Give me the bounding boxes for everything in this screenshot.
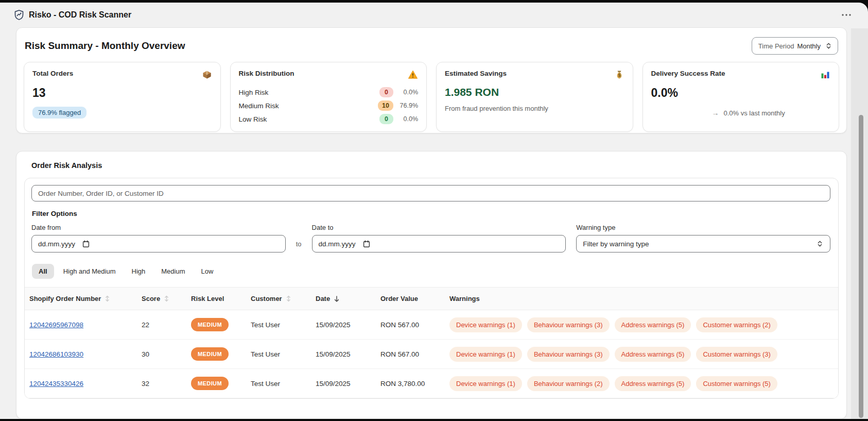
time-period-select[interactable]: Time Period Monthly xyxy=(752,37,838,55)
column-label: Warnings xyxy=(449,295,480,302)
warning-type-value: Filter by warning type xyxy=(583,240,649,248)
date-range-to-separator: to xyxy=(296,240,302,252)
date-cell: 15/09/2025 xyxy=(316,380,380,388)
risk-level-badge: MEDIUM xyxy=(191,347,229,361)
risk-row-pct: 0.0% xyxy=(393,89,418,96)
date-to-label: Date to xyxy=(312,224,566,231)
date-from-placeholder: dd.mm.yyyy xyxy=(38,240,75,248)
score-cell: 32 xyxy=(142,380,191,388)
chevron-updown-icon xyxy=(816,240,824,248)
column-header[interactable]: Shopify Order Number xyxy=(29,295,142,302)
chevron-updown-icon xyxy=(824,42,832,50)
column-header[interactable]: Date xyxy=(316,295,380,302)
risk-distribution-row: High Risk 0 0.0% xyxy=(239,86,419,99)
order-number-link[interactable]: 12042686103930 xyxy=(29,350,83,358)
flagged-percentage-badge: 76.9% flagged xyxy=(32,107,86,119)
risk-level-badge: MEDIUM xyxy=(191,377,229,390)
sort-icon xyxy=(286,295,291,302)
warning-badge: Address warnings (5) xyxy=(615,376,691,391)
package-icon xyxy=(202,70,212,80)
scrollbar-track[interactable] xyxy=(851,28,868,419)
column-label: Score xyxy=(142,295,160,302)
risk-distribution-row: Low Risk 0 0.0% xyxy=(239,112,419,126)
date-to-input[interactable]: dd.mm.yyyy xyxy=(312,235,566,252)
warning-badge: Customer warnings (2) xyxy=(696,317,777,332)
sort-icon xyxy=(105,295,110,302)
risk-row-label: High Risk xyxy=(239,89,380,96)
summary-title: Risk Summary - Monthly Overview xyxy=(25,40,185,52)
risk-row-label: Medium Risk xyxy=(239,102,378,110)
bar-chart-icon xyxy=(820,70,830,80)
order-search-input[interactable] xyxy=(31,185,830,201)
tab-medium[interactable]: Medium xyxy=(154,264,192,279)
risk-distribution-label: Risk Distribution xyxy=(239,70,294,77)
analysis-title: Order Risk Analysis xyxy=(31,161,839,170)
warning-type-label: Warning type xyxy=(576,224,830,231)
column-header[interactable]: Warnings xyxy=(449,295,838,302)
column-label: Order Value xyxy=(380,295,418,302)
tab-high[interactable]: High xyxy=(125,264,152,279)
warning-badge: Customer warnings (3) xyxy=(696,347,777,362)
table-body: 12042695967098 22 MEDIUM Test User 15/09… xyxy=(24,310,839,398)
tab-high-and-medium[interactable]: High and Medium xyxy=(57,264,123,279)
risk-level-badge: MEDIUM xyxy=(191,318,229,331)
total-orders-value: 13 xyxy=(32,86,212,100)
table-header-row: Shopify Order Number Score Risk Level Cu… xyxy=(24,287,839,310)
column-header[interactable]: Customer xyxy=(251,295,316,302)
warning-badge: Device warnings (1) xyxy=(449,347,522,362)
warning-badge: Customer warnings (5) xyxy=(696,376,777,391)
order-value-cell: RON 3,780.00 xyxy=(380,380,449,388)
score-cell: 22 xyxy=(142,321,191,329)
total-orders-card: Total Orders 13 76.9% flagged xyxy=(24,62,221,132)
date-to-placeholder: dd.mm.yyyy xyxy=(319,240,356,248)
scrollbar-thumb[interactable] xyxy=(859,115,863,418)
svg-text:$: $ xyxy=(618,73,620,78)
warning-badge: Address warnings (5) xyxy=(615,317,691,332)
warning-type-select[interactable]: Filter by warning type xyxy=(576,235,830,252)
risk-row-pct: 76.9% xyxy=(393,102,418,109)
score-cell: 30 xyxy=(142,350,191,358)
risk-count-pill: 0 xyxy=(379,114,393,124)
warnings-cell: Device warnings (1)Behaviour warnings (3… xyxy=(449,317,838,332)
column-label: Customer xyxy=(251,295,282,302)
money-bag-icon: $ xyxy=(614,70,624,80)
estimated-savings-subtitle: From fraud prevention this monthly xyxy=(445,105,624,112)
column-label: Date xyxy=(316,295,330,302)
warnings-cell: Device warnings (1)Behaviour warnings (2… xyxy=(449,376,838,391)
risk-row-pct: 0.0% xyxy=(393,115,418,123)
risk-distribution-card: Risk Distribution High Risk 0 0.0% Mediu… xyxy=(230,62,427,132)
risk-count-pill: 0 xyxy=(379,87,393,97)
time-period-value: Monthly xyxy=(797,42,821,50)
order-value-cell: RON 567.00 xyxy=(380,350,449,358)
more-menu-icon[interactable] xyxy=(838,10,855,20)
column-header[interactable]: Order Value xyxy=(380,295,449,302)
order-number-link[interactable]: 12042695967098 xyxy=(29,321,83,329)
warning-badge: Address warnings (5) xyxy=(615,347,691,362)
tab-low[interactable]: Low xyxy=(195,264,220,279)
warnings-cell: Device warnings (1)Behaviour warnings (3… xyxy=(449,347,838,362)
date-from-label: Date from xyxy=(31,224,286,231)
app-window: Risko - COD Risk Scanner Risk Summary - … xyxy=(0,3,868,419)
app-title: Risko - COD Risk Scanner xyxy=(29,10,131,20)
calendar-icon[interactable] xyxy=(82,240,90,248)
estimated-savings-label: Estimated Savings xyxy=(445,70,507,77)
order-number-link[interactable]: 12042435330426 xyxy=(29,380,83,388)
calendar-icon[interactable] xyxy=(363,240,370,248)
table-row: 12042695967098 22 MEDIUM Test User 15/09… xyxy=(24,310,839,340)
estimated-savings-card: Estimated Savings $ 1.985 RON From fraud… xyxy=(436,62,633,132)
total-orders-label: Total Orders xyxy=(32,70,73,77)
column-header[interactable]: Score xyxy=(142,295,191,302)
analysis-panel: Filter Options Date from dd.mm.yyyy xyxy=(24,178,839,399)
table-row: 12042435330426 32 MEDIUM Test User 15/09… xyxy=(24,369,839,398)
order-risk-analysis-card: Order Risk Analysis Filter Options Date … xyxy=(16,151,847,419)
delivery-success-value: 0.0% xyxy=(651,86,831,100)
tab-all[interactable]: All xyxy=(32,264,54,279)
customer-cell: Test User xyxy=(251,321,316,329)
risk-summary-card: Risk Summary - Monthly Overview Time Per… xyxy=(16,27,847,133)
date-from-input[interactable]: dd.mm.yyyy xyxy=(31,235,286,252)
column-header[interactable]: Risk Level xyxy=(191,295,251,302)
warning-badge: Behaviour warnings (3) xyxy=(527,317,610,332)
warning-badge: Device warnings (1) xyxy=(449,317,522,332)
warning-triangle-icon xyxy=(408,70,418,80)
delivery-success-card: Delivery Success Rate 0.0% → 0.0% vs xyxy=(643,62,840,132)
